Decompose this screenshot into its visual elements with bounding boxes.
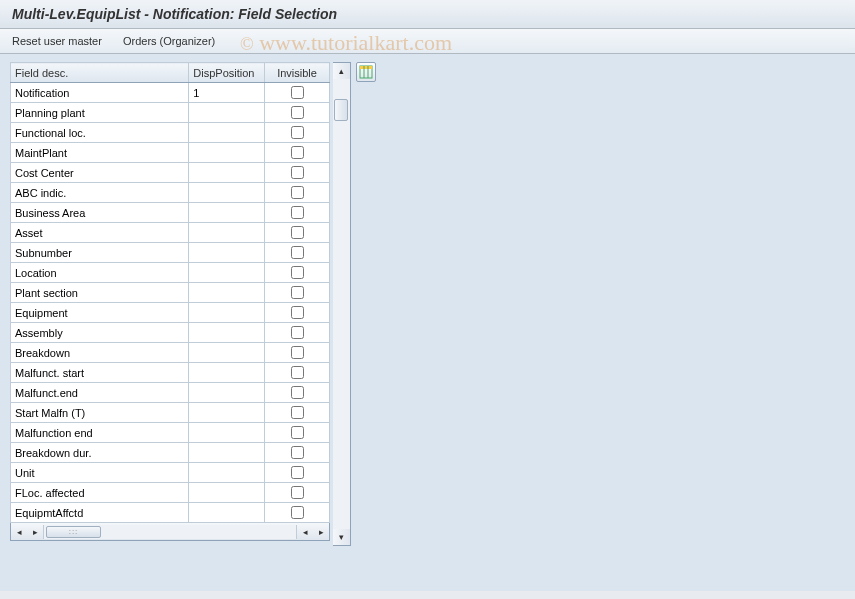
table-row: ABC indic.	[11, 183, 330, 203]
invisible-cell	[265, 83, 330, 103]
invisible-checkbox[interactable]	[291, 226, 304, 239]
disp-position-cell[interactable]	[189, 243, 265, 263]
reset-user-master-link[interactable]: Reset user master	[12, 35, 102, 47]
invisible-cell	[265, 483, 330, 503]
table-settings-button[interactable]	[356, 62, 376, 82]
disp-position-cell[interactable]	[189, 363, 265, 383]
field-desc-cell[interactable]: MaintPlant	[11, 143, 189, 163]
disp-position-cell[interactable]	[189, 463, 265, 483]
disp-position-cell[interactable]	[189, 103, 265, 123]
invisible-cell	[265, 423, 330, 443]
invisible-cell	[265, 123, 330, 143]
invisible-checkbox[interactable]	[291, 306, 304, 319]
vertical-scrollbar[interactable]: ▴ ▾	[333, 62, 351, 546]
disp-position-cell[interactable]	[189, 503, 265, 523]
table-row: Functional loc.	[11, 123, 330, 143]
scroll-first-icon[interactable]: ◂	[11, 524, 27, 540]
field-desc-cell[interactable]: Notification	[11, 83, 189, 103]
disp-position-cell[interactable]: 1	[189, 83, 265, 103]
invisible-checkbox[interactable]	[291, 246, 304, 259]
field-desc-cell[interactable]: Breakdown	[11, 343, 189, 363]
field-desc-cell[interactable]: FLoc. affected	[11, 483, 189, 503]
invisible-checkbox[interactable]	[291, 446, 304, 459]
invisible-checkbox[interactable]	[291, 186, 304, 199]
field-desc-cell[interactable]: Start Malfn (T)	[11, 403, 189, 423]
field-desc-cell[interactable]: Malfunction end	[11, 423, 189, 443]
invisible-checkbox[interactable]	[291, 366, 304, 379]
field-desc-cell[interactable]: Breakdown dur.	[11, 443, 189, 463]
disp-position-cell[interactable]	[189, 483, 265, 503]
invisible-checkbox[interactable]	[291, 466, 304, 479]
disp-position-cell[interactable]	[189, 403, 265, 423]
table-row: EquipmtAffctd	[11, 503, 330, 523]
disp-position-cell[interactable]	[189, 163, 265, 183]
disp-position-cell[interactable]	[189, 263, 265, 283]
field-desc-cell[interactable]: ABC indic.	[11, 183, 189, 203]
disp-position-cell[interactable]	[189, 283, 265, 303]
invisible-checkbox[interactable]	[291, 326, 304, 339]
disp-position-cell[interactable]	[189, 183, 265, 203]
invisible-checkbox[interactable]	[291, 426, 304, 439]
invisible-checkbox[interactable]	[291, 266, 304, 279]
invisible-checkbox[interactable]	[291, 346, 304, 359]
invisible-checkbox[interactable]	[291, 86, 304, 99]
field-desc-cell[interactable]: EquipmtAffctd	[11, 503, 189, 523]
field-desc-cell[interactable]: Subnumber	[11, 243, 189, 263]
invisible-cell	[265, 383, 330, 403]
invisible-checkbox[interactable]	[291, 106, 304, 119]
scroll-up-icon[interactable]: ▴	[333, 63, 350, 79]
disp-position-cell[interactable]	[189, 343, 265, 363]
horizontal-scroll-thumb[interactable]: :::	[46, 526, 101, 538]
table-row: Cost Center	[11, 163, 330, 183]
field-desc-cell[interactable]: Malfunct.end	[11, 383, 189, 403]
disp-position-cell[interactable]	[189, 303, 265, 323]
invisible-checkbox[interactable]	[291, 506, 304, 519]
invisible-checkbox[interactable]	[291, 386, 304, 399]
scroll-down-icon[interactable]: ▾	[333, 529, 350, 545]
invisible-cell	[265, 143, 330, 163]
table-row: Plant section	[11, 283, 330, 303]
field-desc-cell[interactable]: Plant section	[11, 283, 189, 303]
disp-position-cell[interactable]	[189, 203, 265, 223]
field-desc-cell[interactable]: Cost Center	[11, 163, 189, 183]
field-selection-table: Field desc. DispPosition Invisible Notif…	[10, 62, 330, 523]
column-header-invisible[interactable]: Invisible	[265, 63, 330, 83]
invisible-checkbox[interactable]	[291, 146, 304, 159]
invisible-checkbox[interactable]	[291, 406, 304, 419]
disp-position-cell[interactable]	[189, 423, 265, 443]
disp-position-cell[interactable]	[189, 383, 265, 403]
scroll-last-icon[interactable]: ▸	[313, 524, 329, 540]
field-desc-cell[interactable]: Equipment	[11, 303, 189, 323]
field-desc-cell[interactable]: Assembly	[11, 323, 189, 343]
invisible-checkbox[interactable]	[291, 286, 304, 299]
vertical-scroll-track[interactable]	[333, 79, 350, 529]
invisible-checkbox[interactable]	[291, 126, 304, 139]
field-desc-cell[interactable]: Planning plant	[11, 103, 189, 123]
invisible-cell	[265, 243, 330, 263]
disp-position-cell[interactable]	[189, 143, 265, 163]
field-desc-cell[interactable]: Asset	[11, 223, 189, 243]
disp-position-cell[interactable]	[189, 443, 265, 463]
invisible-checkbox[interactable]	[291, 166, 304, 179]
disp-position-cell[interactable]	[189, 323, 265, 343]
field-desc-cell[interactable]: Business Area	[11, 203, 189, 223]
column-header-field-desc[interactable]: Field desc.	[11, 63, 189, 83]
disp-position-cell[interactable]	[189, 223, 265, 243]
invisible-checkbox[interactable]	[291, 486, 304, 499]
horizontal-scrollbar[interactable]: ◂ ▸ ::: ◂ ▸	[10, 523, 330, 541]
disp-position-cell[interactable]	[189, 123, 265, 143]
table-row: Business Area	[11, 203, 330, 223]
horizontal-scroll-track[interactable]: :::	[43, 525, 297, 539]
field-desc-cell[interactable]: Functional loc.	[11, 123, 189, 143]
vertical-scroll-thumb[interactable]	[334, 99, 348, 121]
scroll-left-icon[interactable]: ▸	[27, 524, 43, 540]
column-header-disp-position[interactable]: DispPosition	[189, 63, 265, 83]
invisible-cell	[265, 303, 330, 323]
field-desc-cell[interactable]: Location	[11, 263, 189, 283]
field-desc-cell[interactable]: Malfunct. start	[11, 363, 189, 383]
orders-organizer-link[interactable]: Orders (Organizer)	[123, 35, 215, 47]
invisible-checkbox[interactable]	[291, 206, 304, 219]
scroll-right-icon[interactable]: ◂	[297, 524, 313, 540]
field-desc-cell[interactable]: Unit	[11, 463, 189, 483]
table-settings-icon	[359, 65, 373, 79]
